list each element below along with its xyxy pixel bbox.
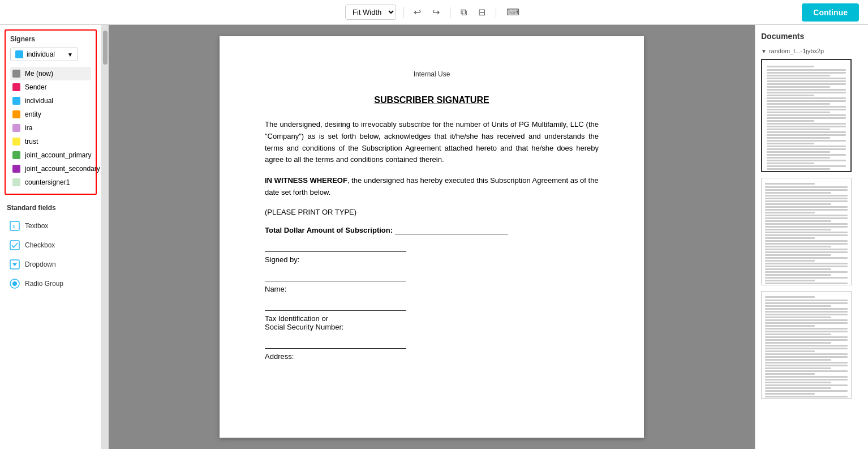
field-item-textbox[interactable]: 1 Textbox (7, 216, 94, 236)
tax-label: Tax Identification orSocial Security Num… (265, 314, 599, 331)
signer-item-joint-primary[interactable]: joint_account_primary (10, 148, 91, 162)
documents-panel-title: Documents (761, 32, 862, 41)
document-viewer[interactable]: Internal Use SUBSCRIBER SIGNATURE The un… (109, 25, 755, 449)
main-layout: Signers individual ▼ Me (now) Sender (0, 25, 868, 449)
field-label-checkbox: Checkbox (25, 241, 55, 249)
svg-point-6 (12, 281, 17, 286)
doc-tree-label: random_t...-1jybx2p (769, 48, 824, 54)
doc-thumbnail-3-content (762, 292, 851, 399)
signer-dot-me (12, 70, 20, 78)
left-sidebar: Signers individual ▼ Me (now) Sender (0, 25, 102, 449)
signer-dot-ira (12, 124, 20, 132)
doc-witness: IN WITNESS WHEREOF, the undersigned has … (265, 175, 599, 199)
dropdown-icon (9, 259, 20, 270)
undo-button[interactable]: ↩ (410, 5, 424, 20)
signer-label-countersigner1: countersigner1 (25, 178, 70, 186)
toolbar-divider2 (450, 7, 450, 18)
right-sidebar: Documents ▼ random_t...-1jybx2p (755, 25, 868, 449)
signer-item-sender[interactable]: Sender (10, 80, 91, 94)
fit-width-select[interactable]: Fit Width (345, 5, 396, 20)
signed-label: Signed by: (265, 255, 599, 264)
checkbox-icon (9, 240, 20, 251)
svg-text:1: 1 (12, 224, 15, 229)
tax-section: Tax Identification orSocial Security Num… (265, 310, 599, 331)
address-line (265, 348, 406, 349)
document-page: Internal Use SUBSCRIBER SIGNATURE The un… (220, 36, 644, 438)
doc-print: (PLEASE PRINT OR TYPE) (265, 208, 599, 216)
signer-dot-individual (12, 97, 20, 105)
name-label: Name: (265, 285, 599, 293)
signed-line (265, 251, 406, 252)
radio-group-icon (9, 278, 20, 289)
doc-total-underline (395, 225, 508, 234)
signer-label-individual: individual (25, 97, 53, 105)
signer-dot-joint-primary (12, 151, 20, 159)
signer-dropdown-wrapper: individual ▼ (10, 48, 91, 61)
field-item-radio-group[interactable]: Radio Group (7, 274, 94, 293)
field-item-checkbox[interactable]: Checkbox (7, 236, 94, 255)
field-label-textbox: Textbox (25, 222, 48, 230)
signer-label-sender: Sender (25, 83, 47, 91)
signer-dot-entity (12, 110, 20, 118)
address-label: Address: (265, 352, 599, 361)
clipboard-button[interactable]: ⊟ (475, 5, 489, 20)
toolbar: Fit Width ↩ ↪ ⧉ ⊟ ⌨ Continue (0, 0, 868, 25)
name-line (265, 281, 406, 281)
signer-dot-countersigner1 (12, 178, 20, 186)
signer-item-me[interactable]: Me (now) (10, 67, 91, 80)
signer-label-joint-primary: joint_account_primary (25, 151, 91, 159)
signer-label-joint-secondary: joint_account_secondary (25, 165, 100, 173)
continue-button[interactable]: Continue (802, 3, 859, 22)
toolbar-center: Fit Width ↩ ↪ ⧉ ⊟ ⌨ (345, 5, 523, 20)
doc-paragraph1: The undersigned, desiring to irrevocably… (265, 119, 599, 166)
doc-field-total: Total Dollar Amount of Subscription: (265, 225, 599, 234)
signer-item-joint-secondary[interactable]: joint_account_secondary (10, 162, 91, 176)
doc-header: Internal Use (265, 70, 599, 78)
standard-fields-title: Standard fields (7, 204, 94, 212)
address-section: Address: (265, 348, 599, 361)
doc-total-label: Total Dollar Amount of Subscription: (265, 226, 393, 234)
signer-dot-joint-secondary (12, 165, 20, 173)
doc-thumbnail-1-content (762, 60, 850, 172)
field-label-radio-group: Radio Group (25, 280, 63, 288)
signer-item-trust[interactable]: trust (10, 135, 91, 148)
svg-marker-4 (12, 263, 17, 266)
keyboard-button[interactable]: ⌨ (503, 5, 523, 20)
svg-rect-2 (10, 241, 19, 250)
field-item-dropdown[interactable]: Dropdown (7, 255, 94, 274)
standard-fields-section: Standard fields 1 Textbox (0, 199, 101, 298)
scroll-thumb (103, 31, 108, 65)
signer-label-entity: entity (25, 110, 41, 118)
dropdown-arrow-icon: ▼ (67, 52, 73, 58)
signer-dot-sender (12, 83, 20, 91)
signed-by-section: Signed by: (265, 251, 599, 264)
signer-label-me: Me (now) (25, 70, 53, 78)
signers-section: Signers individual ▼ Me (now) Sender (5, 29, 97, 195)
toolbar-divider3 (496, 7, 496, 18)
center-scrollbar[interactable] (102, 25, 109, 449)
doc-title: SUBSCRIBER SIGNATURE (265, 95, 599, 105)
signer-item-entity[interactable]: entity (10, 108, 91, 121)
signer-dropdown-label: individual (27, 50, 55, 58)
signers-title: Signers (10, 35, 91, 43)
tree-triangle-icon: ▼ (761, 48, 767, 54)
signer-label-trust: trust (25, 138, 38, 146)
signer-label-ira: ira (25, 124, 32, 132)
doc-thumbnail-2-content (762, 178, 851, 285)
copy-button[interactable]: ⧉ (457, 5, 470, 20)
signer-dropdown-color (15, 50, 23, 58)
doc-thumbnail-2[interactable] (761, 178, 852, 285)
name-section: Name: (265, 281, 599, 293)
doc-thumbnail-3[interactable] (761, 291, 852, 399)
doc-thumbnail-1[interactable] (761, 59, 852, 172)
redo-button[interactable]: ↪ (429, 5, 443, 20)
textbox-icon: 1 (9, 220, 20, 232)
tax-line (265, 310, 406, 311)
doc-tree-item[interactable]: ▼ random_t...-1jybx2p (761, 48, 862, 54)
toolbar-divider1 (403, 7, 403, 18)
signer-dropdown[interactable]: individual ▼ (10, 48, 78, 61)
signer-item-countersigner1[interactable]: countersigner1 (10, 176, 91, 189)
signer-item-individual[interactable]: individual (10, 94, 91, 108)
signer-item-ira[interactable]: ira (10, 121, 91, 135)
signer-dot-trust (12, 138, 20, 146)
